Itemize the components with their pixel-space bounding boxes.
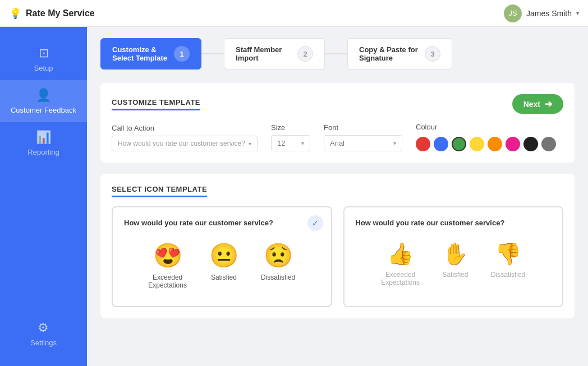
hand-icon: ✋ (442, 242, 468, 266)
emoji-template-question: How would you rate our customer service? (124, 219, 320, 227)
customer-feedback-icon: 👤 (36, 88, 51, 103)
color-swatch-pink[interactable] (506, 137, 520, 151)
header-right: JS James Smith ▾ (504, 4, 579, 22)
wizard-steps: Customize &Select Template 1 Staff Membe… (100, 38, 575, 70)
color-swatch-blue[interactable] (434, 137, 448, 151)
thumb-dissatisfied-label: Dissatisfied (491, 271, 525, 279)
emoji-item-satisfied: 😐 Satisfied (209, 242, 238, 289)
templates-row: ✓ How would you rate our customer servic… (112, 206, 563, 307)
color-swatch-red[interactable] (416, 137, 430, 151)
customize-controls-row: Call to Action How would you rate our cu… (112, 123, 563, 151)
next-button-arrow-icon: ➔ (545, 99, 552, 109)
wizard-step-1-num: 1 (174, 46, 190, 62)
color-swatch-green[interactable] (452, 137, 466, 151)
color-swatch-orange[interactable] (488, 137, 502, 151)
user-name: James Smith (526, 9, 572, 18)
wizard-step-3-label: Copy & Paste forSignature (359, 45, 418, 62)
wizard-step-2-label: Staff MemberImport (236, 45, 291, 62)
color-swatches (416, 137, 556, 151)
satisfied-emoji-icon: 😐 (209, 242, 238, 269)
size-label: Size (271, 123, 310, 132)
exceeded-emoji-label: ExceededExpectations (148, 274, 187, 289)
thumb-row: 👍 ExceededExpectations ✋ Satisfied 👎 Dis… (356, 236, 552, 292)
emoji-row: 😍 ExceededExpectations 😐 Satisfied 😟 Dis… (124, 236, 320, 295)
wizard-step-3-num: 3 (425, 46, 440, 62)
wizard-step-1-label: Customize &Select Template (112, 45, 167, 62)
sidebar-item-feedback-label: Customer Feedback (11, 106, 76, 114)
header: 💡 Rate My Service JS James Smith ▾ (0, 0, 588, 27)
wizard-step-2-num: 2 (297, 46, 313, 62)
settings-icon: ⚙ (38, 321, 49, 335)
color-swatch-yellow[interactable] (470, 137, 484, 151)
wizard-connector-2 (325, 53, 347, 54)
sidebar-item-settings-label: Settings (30, 339, 57, 347)
sidebar-item-reporting-label: Reporting (27, 148, 59, 156)
section-header-customize: CUSTOMIZE TEMPLATE Next ➔ (112, 94, 563, 114)
select-icon-template-section: SELECT ICON TEMPLATE ✓ How would you rat… (100, 174, 575, 318)
customize-section-title: CUSTOMIZE TEMPLATE (112, 98, 200, 110)
color-swatch-black[interactable] (523, 137, 538, 151)
call-to-action-label: Call to Action (112, 124, 258, 132)
logo-icon: 💡 (9, 7, 21, 20)
sidebar: ⊡ Setup 👤 Customer Feedback 📊 Reporting … (0, 27, 87, 366)
font-label: Font (324, 123, 402, 132)
user-menu-chevron[interactable]: ▾ (576, 10, 579, 16)
content-area: Customize &Select Template 1 Staff Membe… (87, 27, 588, 366)
font-group: Font Arial ▾ (324, 123, 402, 151)
wizard-step-3[interactable]: Copy & Paste forSignature 3 (347, 38, 452, 70)
sidebar-item-settings[interactable]: ⚙ Settings (25, 313, 62, 355)
call-to-action-chevron-icon: ▾ (249, 141, 251, 147)
font-value: Arial (330, 139, 344, 147)
setup-icon: ⊡ (39, 46, 49, 61)
main-layout: ⊡ Setup 👤 Customer Feedback 📊 Reporting … (0, 27, 588, 366)
thumb-item-satisfied: ✋ Satisfied (442, 242, 468, 286)
satisfied-emoji-label: Satisfied (211, 274, 237, 281)
template-selected-check-icon: ✓ (307, 215, 323, 231)
wizard-connector-1 (201, 53, 224, 54)
sidebar-item-customer-feedback[interactable]: 👤 Customer Feedback (0, 80, 87, 122)
icon-template-section-title: SELECT ICON TEMPLATE (112, 185, 207, 197)
color-swatch-gray[interactable] (541, 137, 556, 151)
size-chevron-icon: ▾ (301, 140, 304, 146)
header-left: 💡 Rate My Service (9, 7, 95, 20)
sidebar-item-setup-label: Setup (34, 64, 53, 72)
thumbup-icon: 👍 (387, 242, 414, 266)
wizard-step-2[interactable]: Staff MemberImport 2 (224, 38, 325, 70)
thumbs-template-question: How would you rate our customer service? (356, 219, 552, 227)
section-header-icon-template: SELECT ICON TEMPLATE (112, 185, 563, 197)
colour-label: Colour (416, 123, 556, 131)
size-group: Size 12 ▾ (271, 123, 310, 151)
sidebar-item-setup[interactable]: ⊡ Setup (0, 38, 87, 80)
thumbdown-icon: 👎 (495, 242, 521, 266)
emoji-item-exceeded: 😍 ExceededExpectations (148, 242, 187, 289)
call-to-action-select[interactable]: How would you rate our customer service?… (112, 136, 258, 151)
thumb-exceeded-label: ExceededExpectations (381, 271, 420, 286)
avatar: JS (504, 4, 522, 22)
wizard-step-1[interactable]: Customize &Select Template 1 (100, 38, 201, 70)
app-title: Rate My Service (26, 8, 95, 18)
next-button-label: Next (523, 100, 540, 109)
thumb-item-dissatisfied: 👎 Dissatisfied (491, 242, 525, 286)
dissatisfied-emoji-icon: 😟 (264, 242, 293, 269)
customize-template-section: CUSTOMIZE TEMPLATE Next ➔ Call to Action… (100, 83, 575, 163)
next-button[interactable]: Next ➔ (512, 94, 563, 114)
size-value: 12 (277, 139, 285, 147)
thumb-satisfied-label: Satisfied (442, 271, 468, 279)
reporting-icon: 📊 (36, 130, 51, 145)
call-to-action-value: How would you rate our customer service? (118, 140, 245, 147)
exceeded-emoji-icon: 😍 (153, 242, 182, 269)
thumb-item-exceeded: 👍 ExceededExpectations (381, 242, 420, 286)
template-card-thumbs[interactable]: How would you rate our customer service?… (343, 206, 564, 307)
font-chevron-icon: ▾ (393, 140, 396, 146)
emoji-item-dissatisfied: 😟 Dissatisfied (261, 242, 295, 289)
call-to-action-group: Call to Action How would you rate our cu… (112, 124, 258, 151)
template-card-emoji[interactable]: ✓ How would you rate our customer servic… (112, 206, 332, 307)
dissatisfied-emoji-label: Dissatisfied (261, 274, 295, 281)
sidebar-item-reporting[interactable]: 📊 Reporting (0, 122, 87, 164)
colour-group: Colour (416, 123, 556, 151)
sidebar-bottom: ⚙ Settings (25, 313, 62, 355)
size-select[interactable]: 12 ▾ (271, 135, 310, 151)
font-select[interactable]: Arial ▾ (324, 135, 402, 151)
